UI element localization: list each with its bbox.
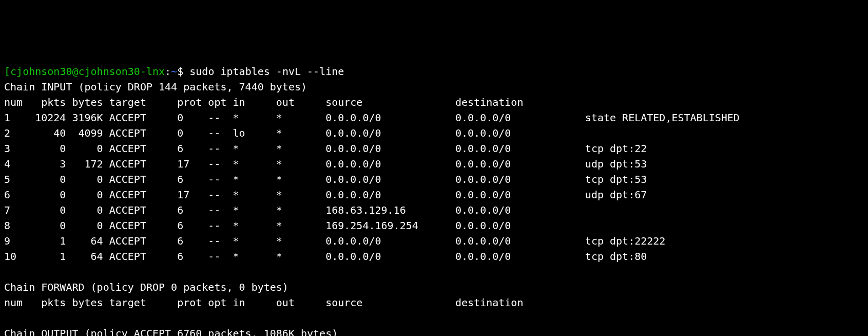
table-row: 2 40 4099 ACCEPT 0 -- lo * 0.0.0.0/0 0.0… [4,127,579,139]
columns-header: num pkts bytes target prot opt in out so… [4,296,579,309]
table-row: 3 0 0 ACCEPT 6 -- * * 0.0.0.0/0 0.0.0.0/… [4,142,647,155]
prompt-bracket: [ [4,65,10,78]
table-row: 8 0 0 ACCEPT 6 -- * * 169.254.169.254 0.… [4,219,579,232]
table-row: 6 0 0 ACCEPT 17 -- * * 0.0.0.0/0 0.0.0.0… [4,189,647,201]
chain-output-header: Chain OUTPUT (policy ACCEPT 6760 packets… [4,327,338,336]
command-text: sudo iptables -nvL --line [189,65,344,78]
table-row: 5 0 0 ACCEPT 6 -- * * 0.0.0.0/0 0.0.0.0/… [4,173,647,185]
chain-input-header: Chain INPUT (policy DROP 144 packets, 74… [4,81,307,93]
chain-forward-header: Chain FORWARD (policy DROP 0 packets, 0 … [4,281,288,293]
prompt-dollar: $ [177,65,189,78]
prompt-colon: : [165,65,171,78]
prompt-user-host: cjohnson30@cjohnson30-lnx [10,65,165,78]
prompt-path: ~ [171,65,177,78]
table-row: 10 1 64 ACCEPT 6 -- * * 0.0.0.0/0 0.0.0.… [4,250,647,263]
prompt-line-1: [cjohnson30@cjohnson30-lnx:~$ sudo iptab… [4,65,344,78]
table-row: 7 0 0 ACCEPT 6 -- * * 168.63.129.16 0.0.… [4,204,579,216]
terminal-output: [cjohnson30@cjohnson30-lnx:~$ sudo iptab… [4,64,864,336]
table-row: 4 3 172 ACCEPT 17 -- * * 0.0.0.0/0 0.0.0… [4,158,647,170]
columns-header: num pkts bytes target prot opt in out so… [4,96,579,108]
table-row: 1 10224 3196K ACCEPT 0 -- * * 0.0.0.0/0 … [4,111,740,124]
table-row: 9 1 64 ACCEPT 6 -- * * 0.0.0.0/0 0.0.0.0… [4,235,665,247]
